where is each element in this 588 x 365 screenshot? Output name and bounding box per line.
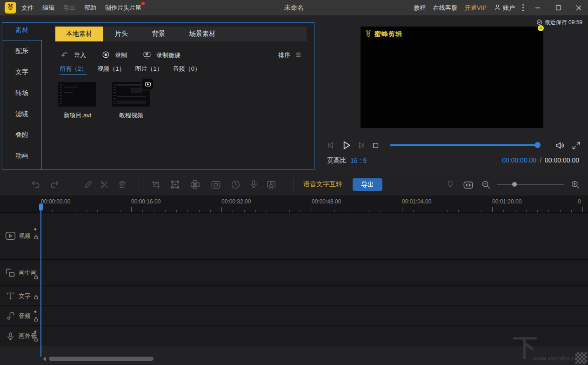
preview-progress-track[interactable] <box>390 144 540 146</box>
vip-link[interactable]: 开通VIP <box>465 4 487 12</box>
track-text[interactable]: 文字 <box>0 286 588 305</box>
sidebar-divider <box>41 40 42 169</box>
track-video[interactable]: 视频 <box>0 213 588 259</box>
horizontal-scrollbar[interactable] <box>49 357 154 361</box>
app-logo[interactable] <box>5 2 16 14</box>
fit-timeline-button[interactable] <box>463 180 474 190</box>
zoom-in-button[interactable] <box>570 180 580 189</box>
track-lock-icon[interactable] <box>33 294 39 300</box>
media-item-name: 新项目.avi <box>58 111 96 120</box>
media-tabs: 本地素材 片头 背景 场景素材 <box>55 27 307 41</box>
webcam-record-button[interactable] <box>266 180 276 190</box>
play-button[interactable] <box>340 139 352 151</box>
cut-scissors-button[interactable] <box>100 180 109 189</box>
duration-clock-button[interactable] <box>231 180 241 189</box>
track-lock-icon[interactable] <box>33 234 39 240</box>
menu-export[interactable]: 导出 <box>63 4 75 12</box>
aspect-ratio-row: 宽高比 16 : 9 <box>327 156 367 165</box>
timecode-row: 00:00:00.00 / 00:00:00.00 <box>502 156 579 164</box>
maximize-button[interactable] <box>552 0 565 15</box>
minimize-button[interactable] <box>531 0 544 15</box>
microphone-button[interactable] <box>249 180 258 189</box>
export-button[interactable]: 导出 <box>353 178 382 191</box>
fullscreen-icon[interactable] <box>571 141 581 150</box>
media-thumbnail <box>58 82 96 107</box>
app-window: 文件 编辑 导出 帮助 制作片头片尾 未命名 教程 在线客服 开通VIP 账户 <box>0 0 588 365</box>
filter-all[interactable]: 所有（2） <box>60 65 87 74</box>
sidebar-item-transition[interactable]: 转场 <box>2 86 41 100</box>
zoom-region-button[interactable] <box>170 180 180 189</box>
sidebar-item-overlay[interactable]: 叠附 <box>2 128 41 142</box>
record-button[interactable]: 录制 <box>102 51 127 60</box>
media-item-project[interactable]: 新项目.avi <box>58 82 96 120</box>
media-filters: 所有（2） 视频（1） 图片（1） 音频（0） <box>60 65 200 74</box>
track-lock-icon[interactable] <box>33 336 39 342</box>
sidebar-item-material[interactable]: 素材 <box>2 23 41 37</box>
media-item-tutorial[interactable]: 教程视频 <box>112 82 150 120</box>
record-lesson-button[interactable]: 录制微课 <box>143 51 180 61</box>
track-volume-icon[interactable] <box>33 227 39 232</box>
sidebar-item-filter[interactable]: 滤镜 <box>2 107 41 121</box>
next-frame-button[interactable] <box>356 140 366 150</box>
sidebar-item-animation[interactable]: 动画 <box>2 149 41 163</box>
more-menu-icon[interactable] <box>522 4 524 11</box>
stop-button[interactable] <box>371 141 380 149</box>
track-lock-icon[interactable] <box>33 274 39 280</box>
mosaic-button[interactable] <box>190 179 200 190</box>
menu-help[interactable]: 帮助 <box>84 4 96 12</box>
preview-progress-handle[interactable] <box>535 142 541 148</box>
marker-flag-button[interactable] <box>447 180 454 188</box>
scroll-left-arrow[interactable] <box>43 357 46 361</box>
tab-scene-material[interactable]: 场景素材 <box>177 27 227 41</box>
menu-intro-outro[interactable]: 制作片头片尾 <box>105 4 141 12</box>
watermark-close-icon[interactable]: ✕ <box>538 25 544 31</box>
timeline-zoom-handle[interactable] <box>512 182 517 187</box>
tab-intro[interactable]: 片头 <box>103 27 140 41</box>
redo-button[interactable] <box>49 179 60 189</box>
user-icon <box>494 4 501 12</box>
sidebar-item-music[interactable]: 配乐 <box>2 44 41 58</box>
aspect-ratio-value[interactable]: 16 : 9 <box>350 157 367 164</box>
screen-record-icon <box>143 51 151 61</box>
tab-background[interactable]: 背景 <box>140 27 177 41</box>
prev-frame-button[interactable] <box>326 140 336 150</box>
timeline-zoom-slider[interactable] <box>497 184 564 185</box>
undo-button[interactable] <box>31 179 41 189</box>
menu-file[interactable]: 文件 <box>21 4 33 12</box>
track-pip[interactable]: 画中画 <box>0 260 588 285</box>
volume-icon[interactable] <box>555 140 565 150</box>
total-timecode: 00:00:00.00 <box>545 156 579 164</box>
filter-image[interactable]: 图片（1） <box>135 65 162 74</box>
filter-audio[interactable]: 音频（0） <box>173 65 200 74</box>
track-audio[interactable]: 音频 <box>0 306 588 325</box>
toolbar-divider <box>293 178 294 190</box>
track-voiceover[interactable]: 画外音 <box>0 326 588 346</box>
timeline-ruler[interactable]: 00:00:00.00 00:00:16.00 00:00:32.00 00:0… <box>0 196 588 212</box>
media-panel: 素材 配乐 文字 转场 滤镜 叠附 动画 本地素材 片头 背景 场景素材 导入 <box>2 22 314 170</box>
sidebar-item-text[interactable]: 文字 <box>2 65 41 79</box>
playhead-handle[interactable] <box>39 203 43 210</box>
delete-trash-button[interactable] <box>118 180 127 189</box>
close-button[interactable] <box>572 0 585 15</box>
track-volume-icon[interactable] <box>33 329 39 334</box>
menu-edit[interactable]: 编辑 <box>42 4 54 12</box>
video-track-icon <box>5 230 16 242</box>
pip-button[interactable] <box>211 180 221 190</box>
list-icon <box>294 51 302 60</box>
import-button[interactable]: 导入 <box>60 51 86 61</box>
account-button[interactable]: 账户 <box>494 4 515 12</box>
crop-button[interactable] <box>152 180 160 189</box>
filter-video[interactable]: 视频（1） <box>97 65 125 74</box>
track-volume-icon[interactable] <box>33 309 39 314</box>
sort-button[interactable]: 排序 <box>278 50 302 61</box>
support-link[interactable]: 在线客服 <box>433 4 457 12</box>
edit-pencil-button[interactable] <box>84 180 93 189</box>
track-lock-icon[interactable] <box>33 316 39 322</box>
toolbar-divider <box>71 178 71 190</box>
ruler-label: 00:00:16.00 <box>131 198 160 205</box>
text-track-icon <box>6 291 15 301</box>
speech-to-text-button[interactable]: 语音文字互转 <box>303 180 342 189</box>
tab-local-material[interactable]: 本地素材 <box>55 27 103 41</box>
tutorial-link[interactable]: 教程 <box>414 4 426 12</box>
zoom-out-button[interactable] <box>481 180 491 189</box>
